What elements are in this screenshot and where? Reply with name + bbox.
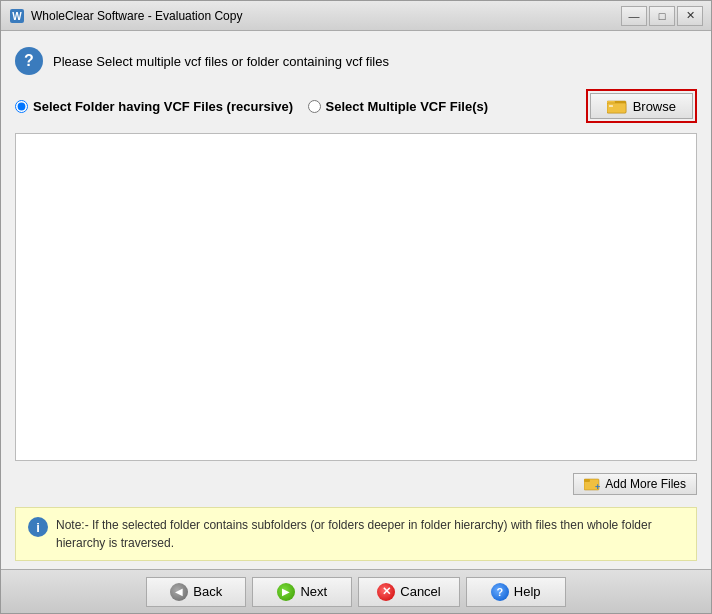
- svg-text:W: W: [12, 11, 22, 22]
- back-button[interactable]: ◀ Back: [146, 577, 246, 607]
- radio-files-label: Select Multiple VCF File(s): [326, 99, 489, 114]
- add-more-button[interactable]: + Add More Files: [573, 473, 697, 495]
- note-text: Note:- If the selected folder contains s…: [56, 516, 684, 552]
- browse-label: Browse: [633, 99, 676, 114]
- main-content: ? Please Select multiple vcf files or fo…: [1, 31, 711, 569]
- note-box: i Note:- If the selected folder contains…: [15, 507, 697, 561]
- add-more-row: + Add More Files: [15, 471, 697, 497]
- browse-button-wrapper: Browse: [586, 89, 697, 123]
- header-message: Please Select multiple vcf files or fold…: [53, 54, 389, 69]
- add-more-label: Add More Files: [605, 477, 686, 491]
- browse-button[interactable]: Browse: [590, 93, 693, 119]
- cancel-button[interactable]: ✕ Cancel: [358, 577, 459, 607]
- next-button[interactable]: ▶ Next: [252, 577, 352, 607]
- back-icon: ◀: [170, 583, 188, 601]
- add-folder-icon: +: [584, 477, 600, 491]
- svg-rect-4: [607, 103, 626, 113]
- close-button[interactable]: ✕: [677, 6, 703, 26]
- window-controls: — □ ✕: [621, 6, 703, 26]
- back-label: Back: [193, 584, 222, 599]
- radio-files-input[interactable]: [308, 100, 321, 113]
- bottom-bar: ◀ Back ▶ Next ✕ Cancel ? Help: [1, 569, 711, 613]
- title-bar: W WholeClear Software - Evaluation Copy …: [1, 1, 711, 31]
- minimize-button[interactable]: —: [621, 6, 647, 26]
- app-icon: W: [9, 8, 25, 24]
- svg-text:+: +: [595, 482, 600, 491]
- radio-option-folder[interactable]: Select Folder having VCF Files (recursiv…: [15, 99, 293, 114]
- svg-rect-7: [584, 479, 590, 482]
- next-label: Next: [300, 584, 327, 599]
- info-icon: ?: [15, 47, 43, 75]
- radio-folder-input[interactable]: [15, 100, 28, 113]
- help-button[interactable]: ? Help: [466, 577, 566, 607]
- help-icon: ?: [491, 583, 509, 601]
- folder-icon: [607, 98, 627, 114]
- main-window: W WholeClear Software - Evaluation Copy …: [0, 0, 712, 614]
- maximize-button[interactable]: □: [649, 6, 675, 26]
- title-text: WholeClear Software - Evaluation Copy: [31, 9, 621, 23]
- cancel-label: Cancel: [400, 584, 440, 599]
- options-row: Select Folder having VCF Files (recursiv…: [15, 89, 697, 123]
- next-icon: ▶: [277, 583, 295, 601]
- cancel-icon: ✕: [377, 583, 395, 601]
- note-info-icon: i: [28, 517, 48, 537]
- help-label: Help: [514, 584, 541, 599]
- radio-folder-label: Select Folder having VCF Files (recursiv…: [33, 99, 293, 114]
- file-list: [15, 133, 697, 461]
- svg-rect-5: [609, 105, 613, 107]
- radio-option-files[interactable]: Select Multiple VCF File(s): [308, 99, 489, 114]
- header-row: ? Please Select multiple vcf files or fo…: [15, 43, 697, 79]
